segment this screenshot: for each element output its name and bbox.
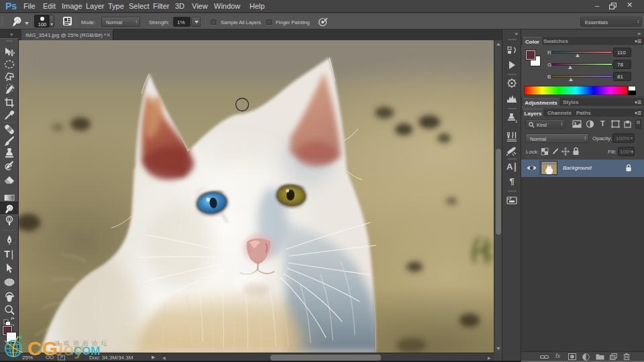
svg-text:游戏动画论坛: 游戏动画论坛	[54, 340, 111, 347]
svg-text:1: 1	[515, 119, 518, 123]
